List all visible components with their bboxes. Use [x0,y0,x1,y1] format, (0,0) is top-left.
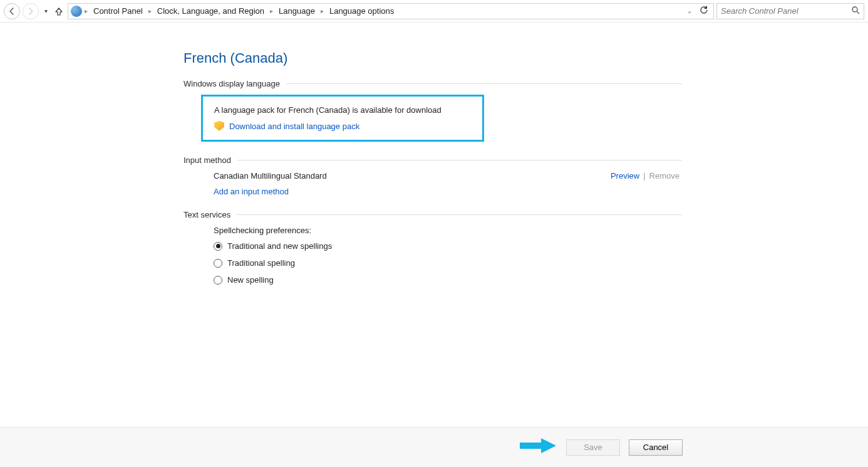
forward-button[interactable] [23,3,39,19]
svg-marker-2 [520,438,556,453]
section-text-services: Text services Spellchecking preferences:… [183,210,682,285]
preview-link[interactable]: Preview [611,171,639,181]
section-header-label: Text services [183,210,230,219]
arrow-right-icon [27,8,34,15]
search-box[interactable] [716,3,864,19]
address-dropdown[interactable]: ⌄ [687,8,692,14]
language-pack-callout: A language pack for French (Canada) is a… [201,95,484,142]
divider [286,83,682,84]
search-input[interactable] [721,6,848,16]
radio-button[interactable] [214,242,222,251]
page-content: French (Canada) Windows display language… [183,23,865,285]
explorer-topbar: ▾ ▸ Control Panel ▸ Clock, Language, and… [0,0,868,23]
save-button[interactable]: Save [566,439,620,456]
chevron-right-icon: ▸ [83,8,89,14]
arrow-left-icon [8,8,16,15]
search-icon[interactable] [852,6,860,16]
breadcrumb-item[interactable]: Control Panel [90,4,146,19]
chevron-right-icon: ▸ [147,8,153,14]
section-display-language: Windows display language A language pack… [183,79,682,142]
language-pack-message: A language pack for French (Canada) is a… [214,105,471,115]
current-input-method: Canadian Multilingual Standard [214,171,327,181]
radio-label: Traditional and new spellings [227,241,332,251]
svg-point-0 [852,7,857,12]
radio-button[interactable] [214,276,222,285]
radio-label: Traditional spelling [227,258,295,268]
cancel-button[interactable]: Cancel [629,439,683,456]
back-button[interactable] [4,3,20,19]
arrow-right-annotation-icon [520,437,556,454]
divider [237,214,682,215]
up-button[interactable] [53,3,65,19]
recent-locations-dropdown[interactable]: ▾ [41,3,50,19]
remove-link-disabled: Remove [649,171,679,181]
footer-bar: Save Cancel [0,427,868,467]
radio-button[interactable] [214,259,222,268]
annotation-arrow [520,437,556,454]
section-input-method: Input method Canadian Multilingual Stand… [183,155,682,196]
chevron-right-icon: ▸ [269,8,274,14]
divider [237,160,682,160]
radio-label: New spelling [227,275,274,285]
spellcheck-option-row[interactable]: Traditional spelling [214,258,682,268]
spellcheck-option-row[interactable]: New spelling [214,275,682,285]
section-header-label: Input method [183,155,231,165]
spellcheck-option-row[interactable]: Traditional and new spellings [214,241,682,251]
refresh-button[interactable] [696,6,711,16]
refresh-icon [699,6,708,14]
chevron-right-icon: ▸ [319,8,325,14]
breadcrumb-item[interactable]: Language [276,4,318,19]
address-bar[interactable]: ▸ Control Panel ▸ Clock, Language, and R… [68,3,714,19]
page-title: French (Canada) [183,50,865,66]
control-panel-icon [71,6,82,17]
separator: | [643,171,645,181]
arrow-up-icon [54,7,63,16]
add-input-method-link[interactable]: Add an input method [214,187,289,196]
svg-line-1 [857,11,859,14]
spellcheck-label: Spellchecking preferences: [214,226,682,235]
breadcrumb-item[interactable]: Clock, Language, and Region [154,4,267,19]
uac-shield-icon [214,121,224,131]
section-header-label: Windows display language [183,79,280,88]
download-language-pack-link[interactable]: Download and install language pack [229,122,359,131]
breadcrumb-item[interactable]: Language options [326,4,397,19]
